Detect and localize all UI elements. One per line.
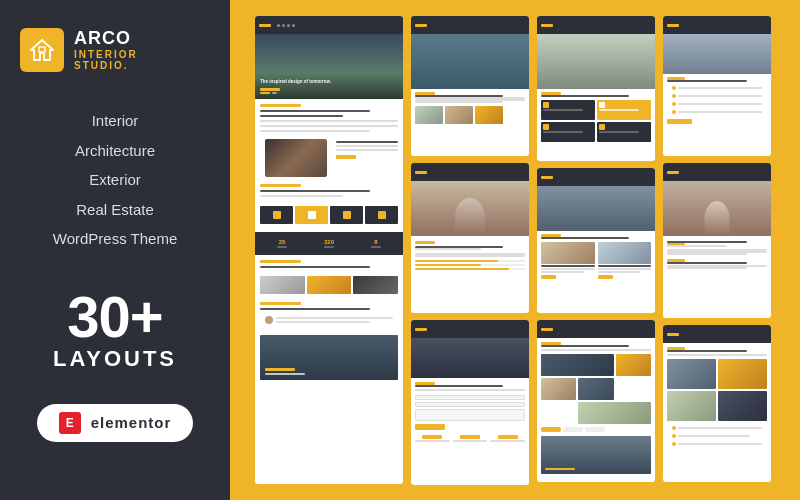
pricing-preview-card [663,325,771,482]
card8-nav [663,16,771,34]
edu-desc2 [667,267,747,269]
form-field-name[interactable] [415,395,525,400]
gallery-wide [578,402,651,424]
filter-all[interactable] [541,427,561,432]
blog-read-more [541,275,556,279]
team-single-card [663,163,771,318]
intro-section [255,99,403,137]
skill-bar-1 [415,260,525,262]
preview-col-2 [411,16,529,484]
svc-sub [260,195,343,197]
preview-col-3 [537,16,655,484]
c6-title [541,237,629,239]
stat-num-3 [498,435,518,439]
interior-image [265,139,327,177]
footer-stat-1 [415,435,450,442]
skills-section [415,260,525,270]
int-btn [336,155,356,159]
stat-1-label [277,246,287,248]
blog-hero [537,186,655,231]
card3-content [411,236,529,273]
tagline-wordpress: WordPress Theme [53,226,178,252]
edu-title [667,262,747,264]
c10-title [667,350,747,352]
logo5 [541,24,553,27]
proj-cta[interactable] [667,119,692,124]
main-preview-card: The inspired design of tomorrow. [255,16,403,484]
member-bio3 [667,253,747,255]
portfolio-thumb-3 [353,276,398,294]
card10-nav [663,325,771,343]
card3-nav [411,163,529,181]
portfolio-accent [260,260,301,263]
proj-thumb-3 [667,391,716,421]
skill-fill-2 [415,264,481,266]
project-details [667,85,767,115]
logo8 [667,24,679,27]
feat-check-2 [672,434,676,438]
gallery-sm3 [578,378,613,400]
gallery-overlay [545,468,575,470]
portfolio-thumb-1 [260,276,305,294]
gallery-filters [541,427,651,432]
gallery-main [541,354,614,376]
proj-detail-text-4 [678,111,762,113]
hero-nav-dots [260,92,277,94]
feature-list [667,425,767,447]
form-field-email[interactable] [415,402,525,407]
elementor-icon: E [59,412,81,434]
feature-3 [667,442,767,446]
building-text [265,373,305,375]
test-line2 [276,321,370,323]
hero-cta [260,88,280,91]
stat-1: 25 [260,236,304,251]
hero2 [411,34,529,89]
logo3 [415,171,427,174]
stat-3: 8 [354,236,398,251]
service-icon-4 [378,211,386,219]
blog-posts [541,242,651,279]
building-accent [265,368,295,371]
svc-item-4 [597,122,651,142]
testimonials-title [260,308,370,310]
form-field-message[interactable] [415,409,525,421]
service-icon-2 [308,211,316,219]
footer-stats [415,435,525,442]
skill-fill-1 [415,260,498,262]
building-image [260,335,398,380]
service-boxes-row [255,202,403,228]
form-submit-btn[interactable] [415,424,445,430]
testimonial-1 [260,313,398,327]
gallery-sm2 [541,378,576,400]
layouts-label: LAYOUTS [53,346,177,372]
c4-title [415,385,503,387]
svc-label-2 [599,109,639,111]
c2-thumb1 [415,106,443,124]
desc-line1 [260,120,398,122]
check-2 [672,94,676,98]
nav-link-dot [292,24,295,27]
blog-desc-2 [541,271,584,273]
card8-content [663,74,771,127]
stat-lbl-2 [453,440,488,442]
service-icon-1 [273,211,281,219]
c3-role [415,248,481,250]
check-4 [672,110,676,114]
int-desc1 [336,145,398,147]
card2-nav [411,16,529,34]
filter-interior[interactable] [563,427,583,432]
svc-label-1 [543,109,583,111]
project-thumbs [667,359,767,421]
proj-detail-3 [667,102,767,106]
card10-content [663,343,771,451]
logo2 [415,24,427,27]
filter-exterior[interactable] [585,427,605,432]
int-title [336,141,398,143]
card4-content [411,378,529,446]
blog-desc-4 [598,271,641,273]
portfolio-grid [255,276,403,294]
layouts-section: 30+ LAYOUTS [53,288,177,372]
stat-num-1 [422,435,442,439]
c2-thumb2 [445,106,473,124]
svc-label-4 [599,131,639,133]
